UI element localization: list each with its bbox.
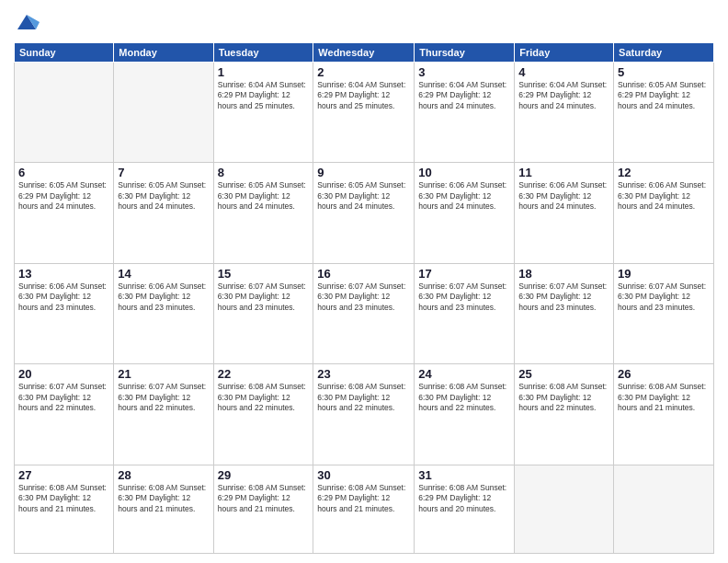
- day-number: 8: [218, 166, 310, 179]
- day-number: 31: [418, 468, 510, 482]
- logo-icon: [14, 9, 40, 35]
- day-number: 9: [317, 166, 410, 179]
- calendar-cell: 1Sunrise: 6:04 AM Sunset: 6:29 PM Daylig…: [213, 63, 313, 163]
- day-number: 2: [317, 65, 410, 79]
- calendar-cell: 14Sunrise: 6:06 AM Sunset: 6:30 PM Dayli…: [114, 263, 213, 363]
- day-number: 6: [18, 166, 109, 179]
- calendar-cell: 15Sunrise: 6:07 AM Sunset: 6:30 PM Dayli…: [213, 263, 313, 363]
- day-detail: Sunrise: 6:07 AM Sunset: 6:30 PM Dayligh…: [418, 282, 510, 313]
- calendar-cell: 11Sunrise: 6:06 AM Sunset: 6:30 PM Dayli…: [515, 163, 614, 263]
- calendar-cell: 27Sunrise: 6:08 AM Sunset: 6:30 PM Dayli…: [15, 465, 114, 553]
- calendar-table: SundayMondayTuesdayWednesdayThursdayFrid…: [14, 42, 714, 554]
- day-number: 25: [518, 367, 609, 381]
- weekday-header-friday: Friday: [515, 43, 614, 63]
- calendar-cell: 4Sunrise: 6:04 AM Sunset: 6:29 PM Daylig…: [515, 63, 614, 163]
- calendar-week-row: 20Sunrise: 6:07 AM Sunset: 6:30 PM Dayli…: [15, 364, 714, 465]
- day-number: 24: [418, 367, 510, 381]
- calendar-cell: 9Sunrise: 6:05 AM Sunset: 6:30 PM Daylig…: [313, 163, 415, 263]
- calendar-week-row: 13Sunrise: 6:06 AM Sunset: 6:30 PM Dayli…: [15, 263, 714, 363]
- weekday-header-saturday: Saturday: [614, 43, 714, 63]
- day-detail: Sunrise: 6:04 AM Sunset: 6:29 PM Dayligh…: [518, 80, 609, 111]
- day-detail: Sunrise: 6:08 AM Sunset: 6:30 PM Dayligh…: [317, 382, 410, 413]
- calendar-cell: 17Sunrise: 6:07 AM Sunset: 6:30 PM Dayli…: [415, 263, 515, 363]
- weekday-row: SundayMondayTuesdayWednesdayThursdayFrid…: [15, 43, 714, 63]
- calendar-cell: 7Sunrise: 6:05 AM Sunset: 6:30 PM Daylig…: [114, 163, 213, 263]
- day-detail: Sunrise: 6:06 AM Sunset: 6:30 PM Dayligh…: [518, 180, 609, 212]
- calendar-week-row: 27Sunrise: 6:08 AM Sunset: 6:30 PM Dayli…: [15, 465, 714, 553]
- weekday-header-sunday: Sunday: [15, 43, 114, 63]
- day-detail: Sunrise: 6:08 AM Sunset: 6:30 PM Dayligh…: [18, 483, 109, 514]
- day-number: 12: [618, 166, 710, 179]
- calendar-header: SundayMondayTuesdayWednesdayThursdayFrid…: [15, 43, 714, 63]
- day-number: 17: [418, 267, 510, 281]
- weekday-header-monday: Monday: [114, 43, 213, 63]
- calendar-cell: 24Sunrise: 6:08 AM Sunset: 6:30 PM Dayli…: [415, 364, 515, 465]
- calendar-cell: [114, 63, 213, 163]
- calendar-cell: 28Sunrise: 6:08 AM Sunset: 6:30 PM Dayli…: [114, 465, 213, 553]
- day-number: 19: [618, 267, 710, 281]
- day-detail: Sunrise: 6:08 AM Sunset: 6:29 PM Dayligh…: [218, 483, 310, 514]
- calendar-body: 1Sunrise: 6:04 AM Sunset: 6:29 PM Daylig…: [15, 63, 714, 554]
- calendar-cell: 8Sunrise: 6:05 AM Sunset: 6:30 PM Daylig…: [213, 163, 313, 263]
- day-detail: Sunrise: 6:05 AM Sunset: 6:30 PM Dayligh…: [218, 180, 310, 212]
- day-number: 13: [18, 267, 109, 281]
- day-detail: Sunrise: 6:07 AM Sunset: 6:30 PM Dayligh…: [118, 382, 209, 413]
- weekday-header-wednesday: Wednesday: [313, 43, 415, 63]
- day-detail: Sunrise: 6:08 AM Sunset: 6:30 PM Dayligh…: [418, 382, 510, 413]
- day-number: 16: [317, 267, 410, 281]
- calendar-cell: 30Sunrise: 6:08 AM Sunset: 6:29 PM Dayli…: [313, 465, 415, 553]
- calendar-cell: 20Sunrise: 6:07 AM Sunset: 6:30 PM Dayli…: [15, 364, 114, 465]
- day-detail: Sunrise: 6:04 AM Sunset: 6:29 PM Dayligh…: [317, 80, 410, 111]
- calendar-cell: [614, 465, 714, 553]
- day-number: 15: [218, 267, 310, 281]
- calendar-cell: 10Sunrise: 6:06 AM Sunset: 6:30 PM Dayli…: [415, 163, 515, 263]
- day-detail: Sunrise: 6:08 AM Sunset: 6:30 PM Dayligh…: [218, 382, 310, 413]
- day-number: 29: [218, 468, 310, 482]
- day-number: 20: [18, 367, 109, 381]
- calendar-cell: [15, 63, 114, 163]
- calendar-cell: 13Sunrise: 6:06 AM Sunset: 6:30 PM Dayli…: [15, 263, 114, 363]
- calendar-cell: 25Sunrise: 6:08 AM Sunset: 6:30 PM Dayli…: [515, 364, 614, 465]
- calendar-week-row: 6Sunrise: 6:05 AM Sunset: 6:29 PM Daylig…: [15, 163, 714, 263]
- day-detail: Sunrise: 6:05 AM Sunset: 6:30 PM Dayligh…: [118, 180, 209, 212]
- day-detail: Sunrise: 6:08 AM Sunset: 6:30 PM Dayligh…: [618, 382, 710, 413]
- day-number: 21: [118, 367, 209, 381]
- day-detail: Sunrise: 6:07 AM Sunset: 6:30 PM Dayligh…: [618, 282, 710, 313]
- calendar-cell: 16Sunrise: 6:07 AM Sunset: 6:30 PM Dayli…: [313, 263, 415, 363]
- day-number: 22: [218, 367, 310, 381]
- weekday-header-thursday: Thursday: [415, 43, 515, 63]
- calendar-cell: 31Sunrise: 6:08 AM Sunset: 6:29 PM Dayli…: [415, 465, 515, 553]
- day-detail: Sunrise: 6:08 AM Sunset: 6:30 PM Dayligh…: [518, 382, 609, 413]
- day-detail: Sunrise: 6:05 AM Sunset: 6:30 PM Dayligh…: [317, 180, 410, 212]
- day-number: 3: [418, 65, 510, 79]
- day-number: 30: [317, 468, 410, 482]
- day-number: 5: [618, 65, 710, 79]
- day-number: 14: [118, 267, 209, 281]
- day-number: 28: [118, 468, 209, 482]
- day-number: 10: [418, 166, 510, 179]
- day-number: 11: [518, 166, 609, 179]
- day-number: 7: [118, 166, 209, 179]
- day-detail: Sunrise: 6:07 AM Sunset: 6:30 PM Dayligh…: [317, 282, 410, 313]
- calendar-cell: 26Sunrise: 6:08 AM Sunset: 6:30 PM Dayli…: [614, 364, 714, 465]
- day-detail: Sunrise: 6:05 AM Sunset: 6:29 PM Dayligh…: [18, 180, 109, 212]
- day-detail: Sunrise: 6:07 AM Sunset: 6:30 PM Dayligh…: [18, 382, 109, 413]
- day-detail: Sunrise: 6:06 AM Sunset: 6:30 PM Dayligh…: [18, 282, 109, 313]
- day-number: 18: [518, 267, 609, 281]
- day-detail: Sunrise: 6:06 AM Sunset: 6:30 PM Dayligh…: [118, 282, 209, 313]
- calendar-cell: 12Sunrise: 6:06 AM Sunset: 6:30 PM Dayli…: [614, 163, 714, 263]
- calendar-cell: 6Sunrise: 6:05 AM Sunset: 6:29 PM Daylig…: [15, 163, 114, 263]
- day-detail: Sunrise: 6:08 AM Sunset: 6:30 PM Dayligh…: [118, 483, 209, 514]
- day-number: 1: [218, 65, 310, 79]
- calendar-cell: 5Sunrise: 6:05 AM Sunset: 6:29 PM Daylig…: [614, 63, 714, 163]
- calendar-cell: 18Sunrise: 6:07 AM Sunset: 6:30 PM Dayli…: [515, 263, 614, 363]
- day-detail: Sunrise: 6:07 AM Sunset: 6:30 PM Dayligh…: [518, 282, 609, 313]
- page: SundayMondayTuesdayWednesdayThursdayFrid…: [0, 0, 728, 563]
- day-detail: Sunrise: 6:08 AM Sunset: 6:29 PM Dayligh…: [317, 483, 410, 514]
- calendar-cell: 19Sunrise: 6:07 AM Sunset: 6:30 PM Dayli…: [614, 263, 714, 363]
- day-detail: Sunrise: 6:05 AM Sunset: 6:29 PM Dayligh…: [618, 80, 710, 111]
- day-number: 23: [317, 367, 410, 381]
- day-detail: Sunrise: 6:08 AM Sunset: 6:29 PM Dayligh…: [418, 483, 510, 514]
- logo: [14, 9, 43, 35]
- calendar-cell: 22Sunrise: 6:08 AM Sunset: 6:30 PM Dayli…: [213, 364, 313, 465]
